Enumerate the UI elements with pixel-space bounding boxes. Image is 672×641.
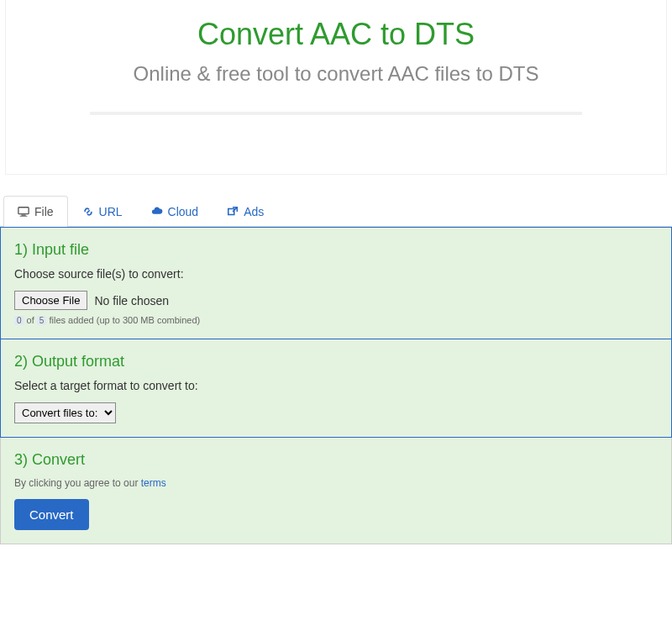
step-convert: 3) Convert By clicking you agree to our … (0, 438, 672, 544)
tabs: File URL Cloud Ads (0, 196, 672, 227)
tab-url[interactable]: URL (68, 196, 137, 227)
cloud-icon (151, 206, 163, 218)
terms-text: By clicking you agree to our terms (14, 477, 658, 489)
svg-rect-0 (18, 208, 29, 214)
link-icon (82, 206, 94, 218)
page-title: Convert AAC to DTS (39, 17, 633, 52)
tab-ads-label: Ads (244, 205, 264, 218)
files-added-count: 0 (14, 316, 24, 325)
tab-ads[interactable]: Ads (213, 196, 278, 227)
divider (90, 112, 582, 115)
convert-button[interactable]: Convert (14, 499, 89, 530)
external-link-icon (227, 206, 239, 218)
desktop-icon (18, 206, 29, 218)
files-max-count: 5 (37, 316, 47, 325)
step-input-file: 1) Input file Choose source file(s) to c… (0, 227, 672, 339)
step-output-format: 2) Output format Select a target format … (0, 339, 672, 438)
step2-desc: Select a target format to convert to: (14, 379, 658, 392)
step1-desc: Choose source file(s) to convert: (14, 267, 658, 281)
terms-link[interactable]: terms (141, 477, 166, 489)
file-status: No file chosen (94, 294, 169, 307)
step1-title: 1) Input file (14, 241, 658, 259)
tab-file-label: File (34, 205, 54, 218)
step3-title: 3) Convert (14, 451, 658, 469)
file-limit-text: 0 of 5 files added (up to 300 MB combine… (14, 315, 658, 325)
target-format-select[interactable]: Convert files to: (14, 402, 116, 423)
page-subtitle: Online & free tool to convert AAC files … (118, 60, 554, 87)
step2-title: 2) Output format (14, 353, 658, 370)
tab-file[interactable]: File (3, 196, 68, 227)
tab-url-label: URL (99, 205, 123, 218)
tab-cloud[interactable]: Cloud (137, 196, 213, 227)
tab-cloud-label: Cloud (168, 205, 199, 218)
choose-file-button[interactable]: Choose File (14, 291, 87, 310)
header: Convert AAC to DTS Online & free tool to… (5, 0, 667, 175)
svg-rect-1 (21, 215, 25, 216)
svg-rect-2 (20, 216, 28, 217)
